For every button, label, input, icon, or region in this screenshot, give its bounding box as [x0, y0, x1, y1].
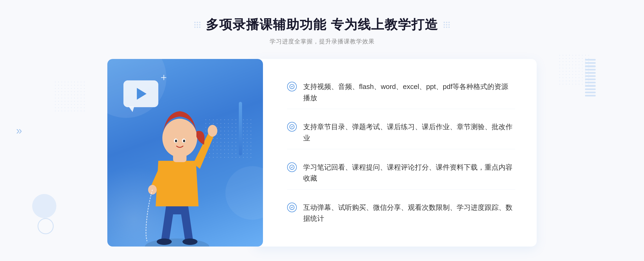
- content-area: 支持视频、音频、flash、word、excel、ppt、pdf等各种格式的资源…: [107, 59, 537, 247]
- feature-text-2: 支持章节目录、弹题考试、课后练习、课后作业、章节测验、批改作业: [303, 121, 515, 144]
- check-icon-4: [287, 203, 297, 212]
- svg-point-2: [182, 238, 197, 245]
- svg-point-1: [157, 238, 172, 245]
- page-container: 多项录播课辅助功能 专为线上教学打造 学习进度全掌握，提升录播课教学效果 »: [0, 0, 644, 261]
- title-wrapper: 多项录播课辅助功能 专为线上教学打造: [194, 16, 449, 33]
- chevron-left-icon: »: [16, 125, 22, 137]
- subtitle: 学习进度全掌握，提升录播课教学效果: [194, 38, 449, 46]
- features-card: 支持视频、音频、flash、word、excel、ppt、pdf等各种格式的资源…: [255, 59, 537, 247]
- main-title: 多项录播课辅助功能 专为线上教学打造: [206, 16, 438, 33]
- svg-point-9: [208, 125, 217, 137]
- deco-circle-blue: [32, 194, 56, 218]
- feature-item-4: 互动弹幕、试听购买、微信分享、观看次数限制、学习进度跟踪、数据统计: [287, 197, 515, 230]
- feature-text-1: 支持视频、音频、flash、word、excel、ppt、pdf等各种格式的资源…: [303, 81, 515, 103]
- svg-point-0: [145, 238, 209, 247]
- svg-point-4: [162, 119, 197, 157]
- header-dots-left: [194, 22, 200, 28]
- svg-point-8: [183, 140, 185, 142]
- deco-stripes: [585, 59, 596, 96]
- check-icon-1: [287, 82, 297, 91]
- header-dots-right: [444, 22, 450, 28]
- accent-bar: [239, 102, 242, 155]
- feature-text-4: 互动弹幕、试听购买、微信分享、观看次数限制、学习进度跟踪、数据统计: [303, 202, 515, 224]
- svg-point-7: [175, 140, 177, 142]
- deco-circle-outline: [38, 218, 54, 234]
- header-section: 多项录播课辅助功能 专为线上教学打造 学习进度全掌握，提升录播课教学效果: [194, 0, 449, 46]
- feature-item-2: 支持章节目录、弹题考试、课后练习、课后作业、章节测验、批改作业: [287, 116, 515, 149]
- feature-item-3: 学习笔记回看、课程提问、课程评论打分、课件资料下载，重点内容收藏: [287, 156, 515, 190]
- feature-item-1: 支持视频、音频、flash、word、excel、ppt、pdf等各种格式的资源…: [287, 76, 515, 109]
- person-illustration: [123, 91, 236, 247]
- dot-pattern-left: [54, 80, 86, 113]
- check-icon-2: [287, 122, 297, 132]
- feature-text-3: 学习笔记回看、课程提问、课程评论打分、课件资料下载，重点内容收藏: [303, 162, 515, 184]
- check-icon-3: [287, 162, 297, 172]
